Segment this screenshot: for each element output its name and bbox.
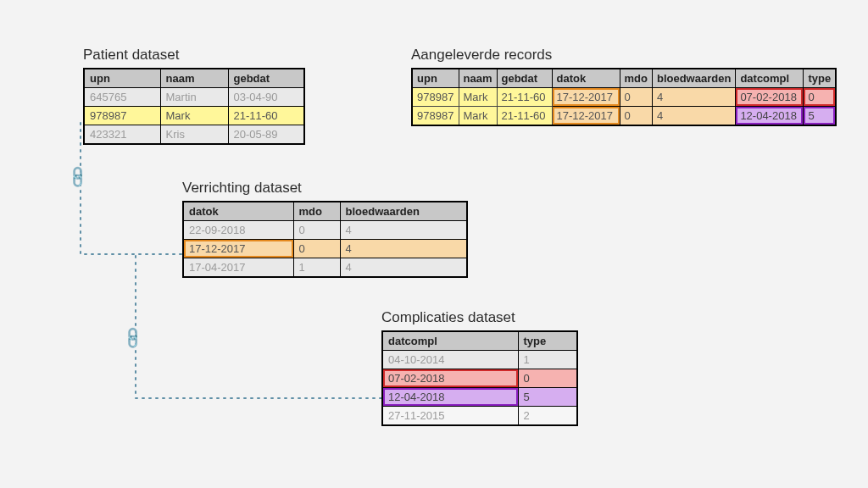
table-row: 22-09-2018 0 4 [183,221,467,240]
table-row: 423321 Kris 20-05-89 [84,125,304,145]
col-gebdat: gebdat [497,69,552,88]
table-row: 978987 Mark 21-11-60 17-12-2017 0 4 12-0… [412,107,836,126]
complicaties-table: datcompl type 04-10-2014 1 07-02-2018 0 … [381,330,578,426]
patient-dataset-title: Patient dataset [83,47,179,64]
aangeleverde-records-title: Aangeleverde records [411,47,552,64]
table-row: 17-04-2017 1 4 [183,258,467,278]
col-datok: datok [183,202,293,221]
link-icon: 🔗 [120,327,144,351]
table-row: 04-10-2014 1 [382,351,577,369]
col-datcompl: datcompl [382,331,518,351]
col-upn: upn [412,69,459,88]
table-row: 07-02-2018 0 [382,369,577,388]
col-bloedwaarden: bloedwaarden [652,69,735,88]
col-datcompl: datcompl [736,69,804,88]
table-row: 645765 Martin 03-04-90 [84,88,304,107]
col-datok: datok [552,69,620,88]
col-bloedwaarden: bloedwaarden [340,202,467,221]
col-mdo: mdo [293,202,340,221]
table-row: 17-12-2017 0 4 [183,240,467,258]
col-naam: naam [459,69,497,88]
verrichting-dataset-title: Verrichting dataset [182,180,302,197]
table-row: 27-11-2015 2 [382,407,577,426]
aangeleverde-table: upn naam gebdat datok mdo bloedwaarden d… [411,68,837,126]
col-upn: upn [84,69,160,88]
col-type: type [518,331,577,351]
col-gebdat: gebdat [228,69,304,88]
table-row: 12-04-2018 5 [382,388,577,407]
table-row: 978987 Mark 21-11-60 [84,107,304,125]
complicaties-dataset-title: Complicaties dataset [381,309,515,326]
col-naam: naam [160,69,228,88]
col-type: type [804,69,836,88]
table-row: 978987 Mark 21-11-60 17-12-2017 0 4 07-0… [412,88,836,107]
patient-table: upn naam gebdat 645765 Martin 03-04-90 9… [83,68,305,145]
verrichting-table: datok mdo bloedwaarden 22-09-2018 0 4 17… [182,201,468,278]
link-icon: 🔗 [65,166,89,190]
col-mdo: mdo [620,69,652,88]
